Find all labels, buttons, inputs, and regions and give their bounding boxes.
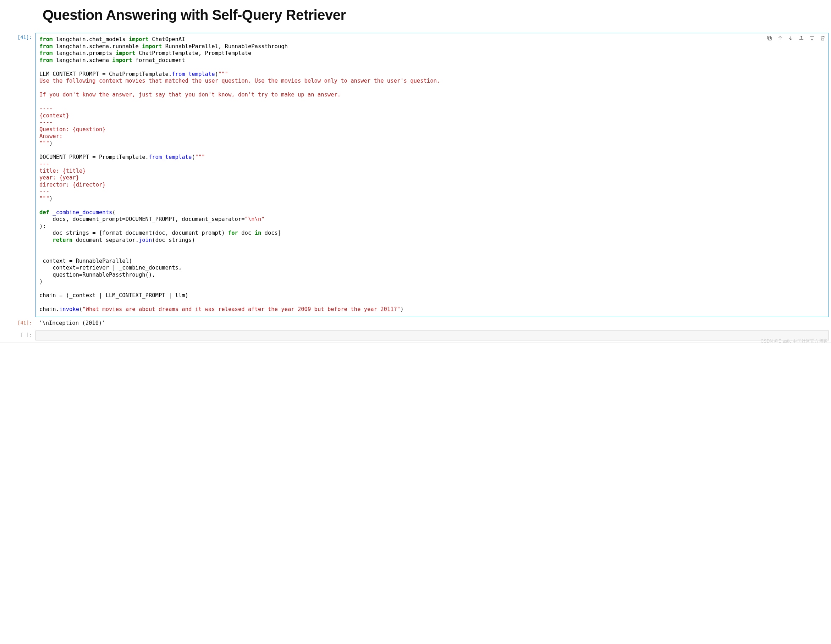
code-content[interactable]: from langchain.chat_models import ChatOp…: [36, 33, 828, 317]
insert-below-icon[interactable]: [809, 35, 815, 41]
page-title: Question Answering with Self-Query Retri…: [43, 7, 824, 23]
empty-code-cell: [ ]:: [0, 331, 831, 340]
code-cell: [41]:: [0, 33, 831, 317]
output-text: '\nInception (2010)': [35, 318, 829, 329]
output-prompt: [41]:: [0, 318, 35, 329]
notebook: Question Answering with Self-Query Retri…: [0, 0, 831, 340]
footer-divider: [0, 343, 831, 343]
empty-code-input[interactable]: [35, 331, 829, 340]
insert-above-icon[interactable]: [798, 35, 804, 41]
duplicate-icon[interactable]: [766, 35, 772, 41]
empty-prompt: [ ]:: [0, 331, 35, 340]
cell-toolbar: [766, 35, 826, 41]
output-cell: [41]: '\nInception (2010)': [0, 318, 831, 329]
svg-rect-1: [767, 36, 771, 39]
heading-wrap: Question Answering with Self-Query Retri…: [0, 7, 831, 23]
trash-icon[interactable]: [819, 35, 826, 41]
code-input-area[interactable]: from langchain.chat_models import ChatOp…: [35, 33, 829, 317]
input-prompt: [41]:: [0, 33, 35, 317]
arrow-up-icon[interactable]: [777, 35, 783, 41]
arrow-down-icon[interactable]: [787, 35, 794, 41]
svg-rect-0: [768, 37, 771, 40]
watermark-text: CSDN @Elastic 中国社区官方博客: [760, 338, 828, 344]
